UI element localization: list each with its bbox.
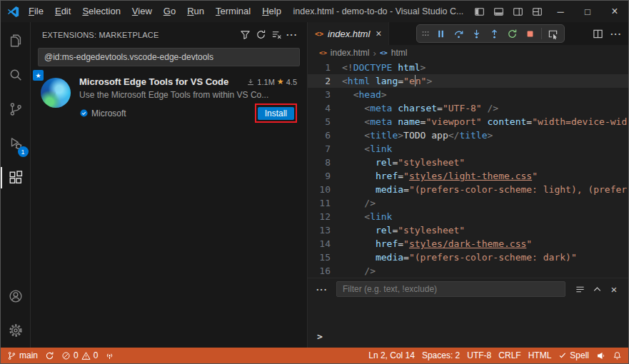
- customize-layout-icon[interactable]: [528, 1, 547, 22]
- tab-label: index.html: [328, 29, 370, 39]
- sync-icon: [45, 351, 54, 360]
- code-line[interactable]: 4 <meta charset="UTF-8" />: [308, 101, 628, 115]
- code-line[interactable]: 16 />: [308, 264, 628, 278]
- eol-sequence[interactable]: CRLF: [495, 348, 524, 363]
- vscode-window: File Edit Selection View Go Run Terminal…: [0, 0, 629, 364]
- extensions-search-input[interactable]: [44, 52, 293, 62]
- rating-value: 4.5: [286, 78, 297, 86]
- code-line[interactable]: 7 <link: [308, 142, 628, 156]
- problems-indicator[interactable]: 0 0: [58, 348, 101, 363]
- step-into-button[interactable]: [468, 25, 485, 42]
- extension-list-item[interactable]: ★ Microsoft Edge Tools for VS Code 1.1M …: [31, 68, 307, 130]
- menu-run[interactable]: Run: [181, 1, 210, 22]
- breadcrumb-symbol[interactable]: html: [391, 48, 408, 58]
- code-line[interactable]: 6 <title>TODO app</title>: [308, 128, 628, 142]
- code-line[interactable]: 15 media="(prefers-color-scheme: dark)": [308, 251, 628, 264]
- sidebar-item-run-debug[interactable]: 1: [1, 126, 31, 161]
- code-line[interactable]: 9 href="styles/light-theme.css": [308, 169, 628, 183]
- cursor-position[interactable]: Ln 2, Col 14: [365, 348, 418, 363]
- settings-button[interactable]: [1, 313, 31, 348]
- toggle-panel-icon[interactable]: [489, 1, 508, 22]
- sidebar-header: EXTENSIONS: MARKETPLACE ···: [31, 22, 307, 47]
- menu-help[interactable]: Help: [256, 1, 287, 22]
- code-line[interactable]: 10 media="(prefers-color-scheme: light),…: [308, 183, 628, 196]
- maximize-button[interactable]: □: [574, 1, 601, 22]
- panel-more-actions-icon[interactable]: ···: [313, 280, 331, 298]
- refresh-icon[interactable]: [253, 27, 268, 43]
- menu-file[interactable]: File: [23, 1, 49, 22]
- code-editor[interactable]: 1<!DOCTYPE html>2<html lang="en">3 <head…: [308, 61, 628, 278]
- code-line[interactable]: 1<!DOCTYPE html>: [308, 61, 628, 74]
- stop-button[interactable]: [521, 25, 539, 42]
- toggle-sidebar-left-icon[interactable]: [470, 1, 489, 22]
- code-line[interactable]: 2<html lang="en">: [308, 74, 628, 88]
- inspect-button[interactable]: [544, 25, 562, 42]
- sidebar-item-extensions[interactable]: [1, 161, 31, 195]
- split-editor-button[interactable]: [588, 24, 607, 43]
- feedback-indicator[interactable]: [593, 348, 609, 363]
- panel-close-icon[interactable]: ×: [605, 280, 623, 298]
- sidebar-item-explorer[interactable]: [1, 24, 31, 58]
- code-line[interactable]: 12 <link: [308, 210, 628, 223]
- ports-indicator[interactable]: [101, 348, 118, 363]
- indentation[interactable]: Spaces: 2: [418, 348, 463, 363]
- encoding[interactable]: UTF-8: [463, 348, 495, 363]
- bottom-panel: ··· × >: [308, 278, 628, 348]
- panel-filter-input[interactable]: [343, 284, 559, 294]
- branch-indicator[interactable]: main: [4, 348, 41, 363]
- install-button[interactable]: Install: [258, 107, 294, 120]
- code-line[interactable]: 14 href="styles/dark-theme.css": [308, 237, 628, 251]
- drag-grip-icon[interactable]: [419, 25, 432, 42]
- stop-icon: [525, 29, 535, 39]
- tab-bar: <> index.html ×: [308, 22, 628, 45]
- console-prompt-chevron[interactable]: >: [317, 331, 323, 342]
- filter-icon[interactable]: [237, 27, 253, 43]
- tab-close-icon[interactable]: ×: [376, 28, 381, 39]
- menu-selection[interactable]: Selection: [76, 1, 126, 22]
- install-count-icon: [246, 78, 255, 86]
- menu-go[interactable]: Go: [158, 1, 181, 22]
- code-line[interactable]: 3 <head>: [308, 88, 628, 101]
- account-button[interactable]: [1, 279, 31, 313]
- line-number: 9: [308, 169, 339, 183]
- error-count: 0: [74, 350, 79, 360]
- pause-button[interactable]: [432, 25, 450, 42]
- close-button[interactable]: ×: [601, 1, 628, 22]
- step-out-icon: [489, 29, 500, 39]
- tab-index-html[interactable]: <> index.html ×: [308, 22, 389, 45]
- code-line[interactable]: 11 />: [308, 196, 628, 210]
- more-actions-icon[interactable]: ···: [284, 27, 300, 43]
- editor-group: <> index.html ×: [308, 22, 628, 278]
- minimize-button[interactable]: ─: [547, 1, 574, 22]
- edge-logo-icon: [41, 78, 71, 108]
- extensions-icon: [8, 170, 24, 186]
- sidebar-item-source-control[interactable]: [1, 92, 31, 126]
- toggle-sidebar-right-icon[interactable]: [508, 1, 528, 22]
- restart-button[interactable]: [503, 25, 521, 42]
- step-over-button[interactable]: [450, 25, 468, 42]
- breadcrumb-file-icon: <>: [319, 49, 327, 56]
- sidebar-actions: ···: [237, 27, 300, 43]
- language-mode[interactable]: HTML: [525, 348, 555, 363]
- spell-label: Spell: [570, 350, 589, 360]
- breadcrumb-separator: ›: [373, 48, 376, 59]
- editor-more-actions-icon[interactable]: ···: [607, 24, 625, 43]
- breadcrumb-file[interactable]: index.html: [331, 48, 370, 58]
- sidebar-item-search[interactable]: [1, 58, 31, 92]
- output-list-icon[interactable]: [571, 280, 588, 298]
- maximize-panel-chevron-icon[interactable]: [588, 280, 605, 298]
- step-out-button[interactable]: [485, 25, 503, 42]
- line-number: 8: [308, 156, 339, 169]
- code-line[interactable]: 13 rel="stylesheet": [308, 223, 628, 237]
- notifications-indicator[interactable]: [609, 348, 625, 363]
- spell-checker[interactable]: Spell: [555, 348, 593, 363]
- line-number: 7: [308, 142, 339, 156]
- menu-terminal[interactable]: Terminal: [210, 1, 256, 22]
- sync-indicator[interactable]: [41, 348, 58, 363]
- menu-view[interactable]: View: [126, 1, 158, 22]
- code-line[interactable]: 8 rel="stylesheet": [308, 156, 628, 169]
- code-line[interactable]: 5 <meta name="viewport" content="width=d…: [308, 115, 628, 128]
- clear-search-icon[interactable]: [268, 27, 284, 43]
- menu-edit[interactable]: Edit: [49, 1, 76, 22]
- extension-name: Microsoft Edge Tools for VS Code: [79, 76, 242, 87]
